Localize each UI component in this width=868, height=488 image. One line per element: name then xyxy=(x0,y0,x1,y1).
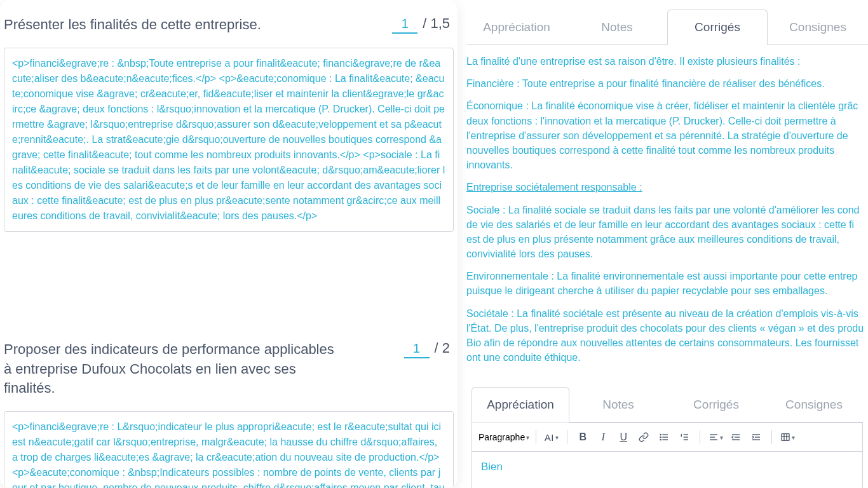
score-input[interactable] xyxy=(404,341,430,358)
svg-rect-18 xyxy=(782,434,789,441)
tabs-top: Appréciation Notes Corrigés Consignes xyxy=(466,9,868,45)
tab-corriges[interactable]: Corrigés xyxy=(667,387,765,423)
numbered-list-button[interactable] xyxy=(675,428,693,446)
score-input[interactable] xyxy=(392,17,417,34)
align-button[interactable]: ▾ xyxy=(707,428,724,446)
format-select[interactable]: Paragraphe ▾ xyxy=(478,432,529,442)
indent-button[interactable] xyxy=(747,428,765,446)
appreciation-editor[interactable]: Bien xyxy=(471,452,863,488)
tabs-bottom: Appréciation Notes Corrigés Consignes xyxy=(471,386,863,423)
underline-button[interactable]: U xyxy=(614,428,632,446)
tab-consignes[interactable]: Consignes xyxy=(768,10,868,45)
question-header: Présenter les finalités de cette entrepr… xyxy=(3,15,455,48)
score-max: / 1,5 xyxy=(423,15,450,32)
indent-icon xyxy=(751,432,761,442)
chevron-down-icon: ▾ xyxy=(792,434,795,441)
divider xyxy=(771,430,772,444)
tab-corriges[interactable]: Corrigés xyxy=(667,10,768,45)
svg-point-4 xyxy=(660,437,661,438)
student-answer[interactable]: <p>financi&egrave;re : L&rsquo;indicateu… xyxy=(4,411,454,488)
tab-appreciation[interactable]: Appréciation xyxy=(466,10,567,45)
table-button[interactable]: ▾ xyxy=(778,428,796,446)
question-header: Proposer des indicateurs de performance … xyxy=(3,340,455,411)
correction-p: La finalité d'une entreprise est sa rais… xyxy=(466,54,868,69)
tab-appreciation[interactable]: Appréciation xyxy=(471,387,569,423)
score-max: / 2 xyxy=(435,340,450,356)
divider xyxy=(567,430,567,444)
chevron-down-icon: ▾ xyxy=(555,434,559,441)
link-button[interactable] xyxy=(635,428,653,446)
student-answer[interactable]: <p>financi&egrave;re : &nbsp;Toute entre… xyxy=(4,48,454,232)
correction-p: Financière : Toute entreprise a pour fin… xyxy=(466,76,868,91)
correction-content: La finalité d'une entreprise est sa rais… xyxy=(466,45,868,365)
svg-point-3 xyxy=(660,435,661,435)
correction-p: Sociale : La finalité sociale se traduit… xyxy=(466,203,868,262)
correction-p: Environnementale : La finalité environne… xyxy=(466,269,868,298)
score-box: / 1,5 xyxy=(392,15,450,34)
correction-section: Appréciation Notes Corrigés Consignes La… xyxy=(466,0,868,372)
tab-notes[interactable]: Notes xyxy=(567,10,667,45)
editor-toolbar: Paragraphe ▾ AI▾ B I U ▾ xyxy=(471,423,863,452)
score-box: / 2 xyxy=(404,340,450,358)
question-block-2: Proposer des indicateurs de performance … xyxy=(3,232,455,488)
bullet-list-button[interactable] xyxy=(655,428,673,446)
link-icon xyxy=(639,432,649,442)
correction-p: Sociétale : La finalité sociétale est pr… xyxy=(466,306,868,365)
appreciation-section: Appréciation Notes Corrigés Consignes Pa… xyxy=(466,380,868,488)
chevron-down-icon: ▾ xyxy=(526,434,529,441)
correction-p: Entreprise sociétalement responsable : xyxy=(466,180,868,194)
grading-panel: Appréciation Notes Corrigés Consignes La… xyxy=(466,0,868,488)
italic-button[interactable]: I xyxy=(594,428,612,446)
divider xyxy=(700,430,700,444)
outdent-icon xyxy=(731,432,741,442)
chevron-down-icon: ▾ xyxy=(720,434,723,441)
student-answers-panel: Présenter les finalités de cette entrepr… xyxy=(0,0,458,488)
list-ol-icon xyxy=(679,432,689,442)
question-title: Présenter les finalités de cette entrepr… xyxy=(4,15,261,35)
correction-p: Économique : La finalité économique vise… xyxy=(466,98,868,172)
question-block-1: Présenter les finalités de cette entrepr… xyxy=(3,0,455,232)
align-icon xyxy=(709,432,719,442)
bold-button[interactable]: B xyxy=(574,428,592,446)
question-title: Proposer des indicateurs de performance … xyxy=(4,340,334,398)
divider xyxy=(536,430,536,444)
list-ul-icon xyxy=(659,432,669,442)
tab-notes[interactable]: Notes xyxy=(569,387,667,423)
outdent-button[interactable] xyxy=(727,428,745,446)
ai-button[interactable]: AI▾ xyxy=(543,428,560,446)
tab-consignes[interactable]: Consignes xyxy=(765,387,863,423)
svg-point-5 xyxy=(660,440,661,440)
table-icon xyxy=(780,432,790,442)
